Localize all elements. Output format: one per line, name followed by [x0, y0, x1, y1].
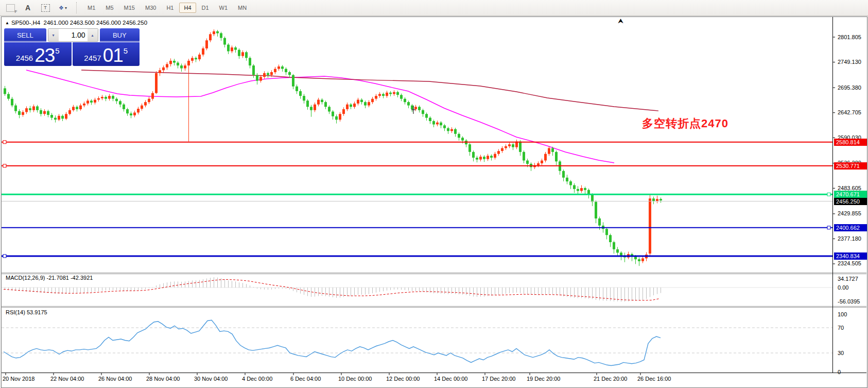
candle-body[interactable] — [641, 258, 644, 261]
candle-body[interactable] — [375, 96, 377, 99]
candle-body[interactable] — [108, 96, 111, 99]
candle-body[interactable] — [130, 113, 132, 115]
buy-button[interactable]: BUY — [100, 28, 140, 42]
candle-body[interactable] — [47, 111, 49, 115]
candle-body[interactable] — [245, 52, 248, 58]
candle-body[interactable] — [339, 114, 341, 120]
candle-body[interactable] — [115, 99, 118, 102]
candle-body[interactable] — [29, 108, 31, 110]
timeframe-button-m30[interactable]: M30 — [141, 3, 161, 13]
candle-body[interactable] — [360, 100, 363, 103]
candle-body[interactable] — [616, 249, 619, 253]
candle-body[interactable] — [274, 69, 276, 73]
candle-body[interactable] — [577, 189, 579, 191]
candle-body[interactable] — [40, 110, 42, 114]
candle-body[interactable] — [162, 68, 165, 71]
candle-body[interactable] — [523, 152, 525, 161]
text-label-icon[interactable]: A — [22, 3, 34, 13]
candle-body[interactable] — [483, 157, 485, 159]
candle-body[interactable] — [234, 47, 237, 50]
timeframe-button-d1[interactable]: D1 — [197, 3, 214, 13]
candle-body[interactable] — [541, 161, 543, 164]
candle-body[interactable] — [58, 116, 60, 120]
candle-body[interactable] — [605, 229, 608, 235]
candle-body[interactable] — [566, 178, 568, 181]
sell-button[interactable]: SELL — [4, 28, 46, 42]
candle-body[interactable] — [141, 106, 143, 109]
candle-body[interactable] — [573, 185, 576, 189]
candle-body[interactable] — [36, 106, 39, 110]
candle-body[interactable] — [18, 111, 21, 115]
candle-body[interactable] — [450, 129, 453, 131]
candle-body[interactable] — [7, 94, 10, 98]
candle-body[interactable] — [649, 198, 651, 254]
candle-body[interactable] — [551, 148, 554, 152]
candle-body[interactable] — [11, 99, 13, 106]
timeframe-button-m5[interactable]: M5 — [101, 3, 118, 13]
candle-body[interactable] — [569, 181, 572, 185]
candle-body[interactable] — [288, 72, 291, 75]
candle-body[interactable] — [105, 97, 107, 99]
candle-body[interactable] — [537, 163, 540, 165]
candle-body[interactable] — [76, 107, 78, 109]
candle-body[interactable] — [267, 73, 269, 75]
volume-increase-button[interactable]: ▴ — [88, 29, 98, 41]
candle-body[interactable] — [202, 48, 204, 55]
candle-body[interactable] — [119, 101, 121, 105]
candle-body[interactable] — [306, 100, 309, 107]
candle-body[interactable] — [357, 100, 359, 104]
candle-body[interactable] — [562, 171, 565, 178]
candle-body[interactable] — [620, 252, 622, 256]
candle-body[interactable] — [310, 107, 313, 110]
candle-body[interactable] — [461, 138, 464, 141]
candle-body[interactable] — [94, 100, 96, 103]
candle-body[interactable] — [65, 114, 67, 119]
trend-annotation[interactable]: 多空转折点2470 — [642, 116, 728, 131]
candle-body[interactable] — [317, 100, 320, 105]
level-anchor[interactable] — [827, 226, 830, 229]
candle-body[interactable] — [270, 72, 273, 75]
candle-body[interactable] — [447, 128, 449, 131]
candle-body[interactable] — [54, 118, 57, 120]
candle-body[interactable] — [303, 96, 305, 100]
candle-body[interactable] — [468, 144, 471, 152]
candle-body[interactable] — [166, 64, 168, 67]
volume-decrease-button[interactable]: ▾ — [48, 29, 59, 41]
candle-body[interactable] — [238, 50, 240, 56]
candle-body[interactable] — [314, 105, 316, 110]
candle-body[interactable] — [22, 112, 24, 115]
candle-body[interactable] — [220, 33, 222, 38]
candle-body[interactable] — [346, 105, 349, 109]
candle-body[interactable] — [133, 112, 136, 115]
candle-body[interactable] — [177, 63, 179, 66]
candle-body[interactable] — [148, 99, 150, 103]
candle-body[interactable] — [97, 98, 100, 100]
candle-body[interactable] — [382, 94, 385, 96]
candle-body[interactable] — [429, 118, 431, 122]
candle-body[interactable] — [396, 92, 399, 95]
candle-body[interactable] — [159, 70, 161, 73]
candle-body[interactable] — [184, 65, 186, 69]
candle-body[interactable] — [404, 99, 406, 103]
candle-body[interactable] — [342, 109, 345, 114]
candle-body[interactable] — [25, 108, 28, 112]
chart-canvas[interactable] — [2, 17, 866, 386]
candle-body[interactable] — [414, 107, 417, 109]
candle-body[interactable] — [425, 114, 428, 117]
candle-body[interactable] — [123, 105, 125, 109]
candle-body[interactable] — [609, 235, 612, 242]
candle-body[interactable] — [501, 148, 504, 151]
candle-body[interactable] — [155, 73, 158, 93]
candle-body[interactable] — [634, 257, 637, 260]
candle-body[interactable] — [487, 156, 489, 159]
candle-body[interactable] — [231, 47, 233, 51]
candle-body[interactable] — [411, 106, 413, 109]
candle-body[interactable] — [285, 69, 287, 73]
candle-body[interactable] — [494, 154, 496, 158]
candle-body[interactable] — [479, 157, 482, 160]
candle-body[interactable] — [386, 93, 388, 96]
candle-body[interactable] — [436, 123, 439, 125]
candle-body[interactable] — [223, 38, 226, 45]
candle-body[interactable] — [198, 55, 201, 59]
candle-body[interactable] — [32, 106, 35, 110]
